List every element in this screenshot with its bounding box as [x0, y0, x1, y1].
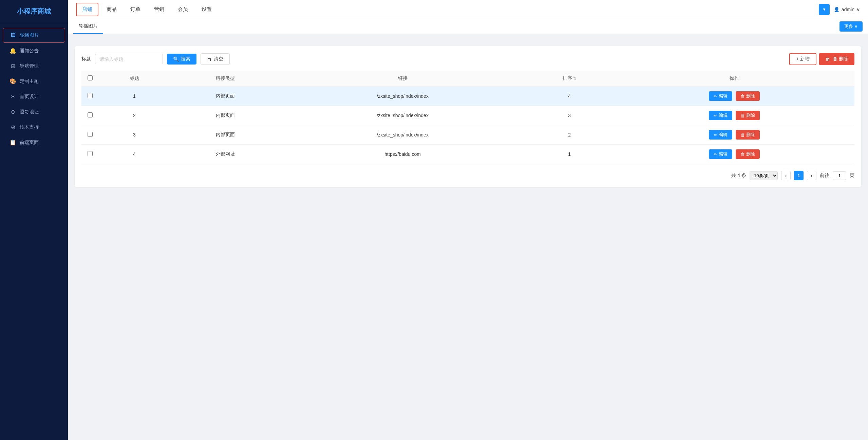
row-checkbox[interactable] [88, 93, 93, 98]
batch-delete-button[interactable]: 🗑 🗑 删除 [819, 53, 854, 65]
row-link: /zxsite_shop/index/index [281, 125, 525, 145]
page-next-button[interactable]: › [807, 171, 816, 180]
row-trash-icon: 🗑 [740, 152, 745, 157]
edit-icon: ✏ [714, 94, 717, 99]
sidebar-item-label-carousel: 轮播图片 [20, 32, 39, 38]
sidebar-item-frontend[interactable]: 📋 前端页面 [3, 135, 65, 150]
tab-bar: 轮播图片 更多 ∨ [68, 19, 868, 34]
notice-icon: 🔔 [10, 48, 16, 54]
edit-button[interactable]: ✏ 编辑 [709, 149, 732, 159]
row-delete-button[interactable]: 🗑 删除 [736, 91, 760, 101]
row-delete-button[interactable]: 🗑 删除 [736, 111, 760, 120]
nav-item-product[interactable]: 商品 [101, 0, 122, 19]
table-header-row: 标题 链接类型 链接 排序 ⇅ 操作 [81, 71, 854, 87]
row-link-type: 内部页面 [170, 125, 281, 145]
sidebar-item-carousel[interactable]: 🖼 轮播图片 [3, 28, 65, 43]
col-link: 链接 [281, 71, 525, 87]
row-sort: 2 [525, 125, 614, 145]
row-link: https://baidu.com [281, 145, 525, 164]
tech-support-icon: ⊕ [10, 124, 16, 130]
search-input[interactable] [95, 54, 163, 64]
row-checkbox-cell [81, 87, 98, 106]
sidebar-item-return-addr[interactable]: ⊙ 退货地址 [3, 105, 65, 119]
row-title: 4 [98, 145, 170, 164]
tab-more-button[interactable]: 更多 ∨ [839, 21, 863, 32]
username-label: admin [842, 7, 854, 12]
nav-icon: ⊞ [10, 63, 16, 69]
table-row: 3 内部页面 /zxsite_shop/index/index 2 ✏ 编辑 🗑… [81, 125, 854, 145]
sidebar-item-notice[interactable]: 🔔 通知公告 [3, 43, 65, 58]
clear-icon: 🗑 [207, 56, 212, 62]
row-title: 2 [98, 106, 170, 125]
content-area: 标题 🔍 搜索 🗑 清空 + 新增 🗑 🗑 删除 [68, 34, 868, 440]
nav-item-store[interactable]: 店铺 [76, 3, 98, 16]
return-addr-icon: ⊙ [10, 109, 16, 115]
row-trash-icon: 🗑 [740, 132, 745, 138]
header-user[interactable]: 👤 admin ∨ [834, 7, 860, 12]
row-sort: 1 [525, 145, 614, 164]
row-checkbox[interactable] [88, 151, 93, 156]
row-link-type: 内部页面 [170, 106, 281, 125]
col-title: 标题 [98, 71, 170, 87]
row-link: /zxsite_shop/index/index [281, 87, 525, 106]
frontend-icon: 📋 [10, 139, 16, 146]
sidebar-item-label-notice: 通知公告 [20, 48, 39, 54]
sidebar-item-theme[interactable]: 🎨 定制主题 [3, 74, 65, 89]
edit-button[interactable]: ✏ 编辑 [709, 111, 732, 120]
row-checkbox-cell [81, 106, 98, 125]
sidebar-item-home-design[interactable]: ✂ 首页设计 [3, 89, 65, 104]
edit-icon: ✏ [714, 132, 717, 138]
row-actions: ✏ 编辑 🗑 删除 [614, 106, 854, 125]
pagination: 共 4 条 10条/页 ‹ 1 › 前往 页 [81, 171, 854, 180]
select-all-checkbox[interactable] [88, 75, 93, 80]
nav-item-member[interactable]: 会员 [172, 0, 193, 19]
add-button[interactable]: + 新增 [789, 53, 816, 65]
page-size-select[interactable]: 10条/页 [750, 171, 778, 180]
col-sort[interactable]: 排序 ⇅ [525, 71, 614, 87]
clear-button[interactable]: 🗑 清空 [201, 53, 230, 65]
page-prev-button[interactable]: ‹ [781, 171, 791, 180]
nav-item-settings[interactable]: 设置 [196, 0, 217, 19]
sidebar-menu: 🖼 轮播图片 🔔 通知公告 ⊞ 导航管理 🎨 定制主题 ✂ 首页设计 ⊙ 退货地… [0, 23, 68, 440]
row-title: 3 [98, 125, 170, 145]
row-checkbox[interactable] [88, 132, 93, 137]
home-design-icon: ✂ [10, 93, 16, 100]
header-checkbox-cell [81, 71, 98, 87]
edit-button[interactable]: ✏ 编辑 [709, 91, 732, 101]
search-button[interactable]: 🔍 搜索 [167, 54, 196, 65]
col-action: 操作 [614, 71, 854, 87]
main-card: 标题 🔍 搜索 🗑 清空 + 新增 🗑 🗑 删除 [75, 46, 861, 187]
user-chevron-icon: ∨ [856, 7, 860, 12]
row-actions: ✏ 编辑 🗑 删除 [614, 125, 854, 145]
row-title: 1 [98, 87, 170, 106]
nav-item-order[interactable]: 订单 [125, 0, 146, 19]
sidebar-item-nav[interactable]: ⊞ 导航管理 [3, 59, 65, 73]
sidebar-item-tech-support[interactable]: ⊕ 技术支持 [3, 120, 65, 134]
row-delete-button[interactable]: 🗑 删除 [736, 149, 760, 159]
nav-item-marketing[interactable]: 营销 [149, 0, 170, 19]
edit-icon: ✏ [714, 152, 717, 157]
edit-button[interactable]: ✏ 编辑 [709, 130, 732, 140]
tab-carousel[interactable]: 轮播图片 [73, 19, 103, 34]
row-delete-button[interactable]: 🗑 删除 [736, 130, 760, 140]
total-count: 共 4 条 [731, 172, 746, 179]
row-trash-icon: 🗑 [740, 94, 745, 99]
row-sort: 3 [525, 106, 614, 125]
row-actions: ✏ 编辑 🗑 删除 [614, 145, 854, 164]
sort-icon: ⇅ [573, 76, 576, 80]
row-link: /zxsite_shop/index/index [281, 106, 525, 125]
edit-icon: ✏ [714, 113, 717, 118]
goto-label: 前往 [820, 172, 829, 179]
sidebar-item-label-home-design: 首页设计 [20, 94, 39, 100]
trash-icon: 🗑 [825, 56, 830, 62]
header-dropdown-button[interactable]: ▼ [819, 4, 830, 15]
chevron-down-icon: ∨ [854, 24, 858, 29]
sidebar-item-label-frontend: 前端页面 [20, 140, 39, 146]
search-icon: 🔍 [173, 56, 179, 62]
row-actions: ✏ 编辑 🗑 删除 [614, 87, 854, 106]
search-label: 标题 [81, 56, 91, 62]
row-checkbox[interactable] [88, 112, 93, 117]
row-sort: 4 [525, 87, 614, 106]
sidebar-item-label-theme: 定制主题 [20, 78, 39, 85]
goto-page-input[interactable] [833, 171, 846, 180]
